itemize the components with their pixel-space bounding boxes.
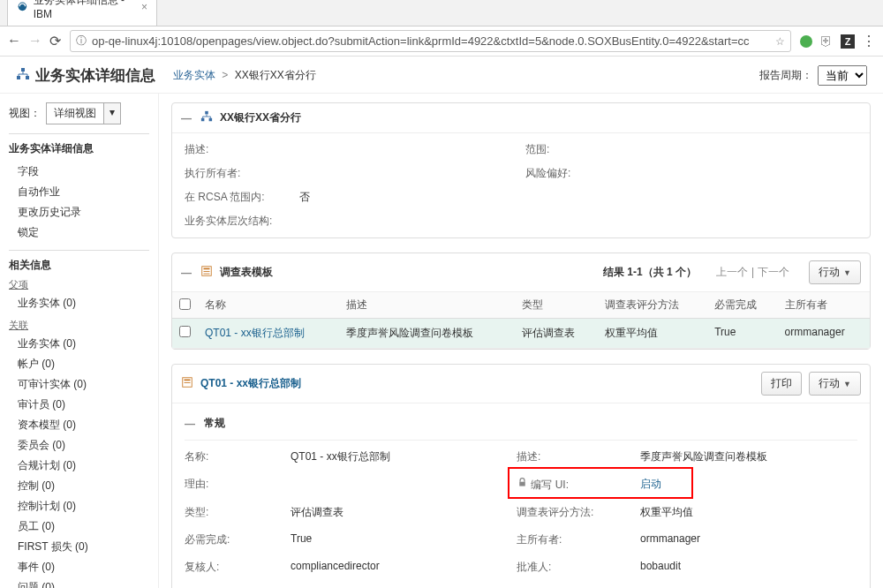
svg-rect-2 [17, 76, 20, 79]
sidebar-item[interactable]: 业务实体 (0) [9, 334, 149, 354]
svg-rect-9 [204, 271, 210, 272]
browser-menu-icon[interactable]: ⋮ [862, 33, 876, 49]
row-cell: 权重平均值 [598, 319, 707, 349]
sidebar-item[interactable]: FIRST 损失 (0) [9, 537, 149, 557]
forward-icon[interactable]: → [28, 33, 42, 49]
field-label: 在 RCSA 范围内: [185, 190, 291, 205]
field-value: 季度声誉风险调查问卷模板 [640, 449, 857, 464]
sidebar-item[interactable]: 资本模型 (0) [9, 415, 149, 435]
sidebar-item[interactable]: 合规计划 (0) [9, 456, 149, 476]
chevron-down-icon: ▼ [843, 268, 851, 277]
collapse-icon[interactable]: — [181, 112, 193, 124]
chevron-down-icon[interactable]: ▾ [104, 102, 121, 124]
col-header[interactable]: 必需完成 [707, 292, 777, 319]
col-header[interactable]: 类型 [515, 292, 598, 319]
sidebar-item[interactable]: 控制 (0) [9, 476, 149, 496]
svg-rect-6 [209, 118, 213, 122]
sidebar-heading-related: 相关信息 [9, 258, 149, 273]
page-title: 业务实体详细信息 [35, 65, 155, 86]
sidebar-item[interactable]: 帐户 (0) [9, 354, 149, 374]
pager-prev[interactable]: 上一个 [716, 266, 748, 278]
select-all-checkbox[interactable] [179, 298, 191, 310]
row-name-link[interactable]: QT01 - xx银行总部制 [205, 327, 305, 339]
bookmark-icon[interactable]: ☆ [775, 35, 785, 48]
reload-icon[interactable]: ⟳ [49, 33, 61, 49]
sidebar-item[interactable]: 更改历史记录 [9, 202, 149, 222]
tab-title: 业务实体详细信息 - IBM [34, 0, 136, 20]
shield-icon[interactable]: ⛨ [819, 34, 834, 49]
entity-panel-title: XX银行XX省分行 [220, 110, 301, 125]
row-checkbox[interactable] [179, 326, 191, 337]
sidebar-item[interactable]: 委员会 (0) [9, 435, 149, 456]
svg-rect-5 [201, 118, 205, 122]
field-value: 评估调查表 [291, 505, 508, 520]
back-icon[interactable]: ← [7, 33, 21, 49]
field-value: compliancedirector [291, 560, 508, 575]
action-button[interactable]: 行动▼ [809, 260, 861, 284]
sidebar-item[interactable]: 事件 (0) [9, 557, 149, 577]
main-content: — XX银行XX省分行 描述: 范围: 执行所有者: 风险偏好: 在 RCSA … [159, 94, 883, 588]
field-value [299, 214, 517, 229]
table-row[interactable]: QT01 - xx银行总部制 季度声誉风险调查问卷模板 评估调查表 权重平均值 … [172, 319, 870, 349]
col-header[interactable]: 主所有者 [778, 292, 870, 319]
svg-rect-13 [185, 382, 191, 383]
view-select-value[interactable]: 详细视图 [46, 102, 104, 124]
collapse-icon[interactable]: — [185, 418, 197, 430]
info-icon[interactable]: ⓘ [76, 34, 87, 49]
row-cell: True [707, 319, 777, 349]
extension-z-icon[interactable]: Z [841, 34, 855, 49]
sidebar-sub-parent: 父项 [9, 278, 149, 291]
url-box[interactable]: ⓘ ☆ [70, 30, 791, 52]
sidebar-item[interactable]: 员工 (0) [9, 516, 149, 537]
svg-rect-8 [204, 268, 210, 270]
svg-rect-4 [205, 111, 208, 115]
report-period: 报告周期： 当前 [759, 65, 867, 86]
entity-panel: — XX银行XX省分行 描述: 范围: 执行所有者: 风险偏好: 在 RCSA … [171, 102, 871, 238]
view-select[interactable]: 详细视图 ▾ [46, 102, 121, 124]
action-button[interactable]: 行动▼ [809, 372, 861, 396]
field-label: 必需完成: [185, 532, 282, 547]
col-header[interactable]: 名称 [198, 292, 339, 319]
tab-close-icon[interactable]: × [141, 1, 147, 13]
sidebar-item[interactable]: 审计员 (0) [9, 395, 149, 415]
hierarchy-icon [200, 110, 213, 125]
svg-rect-1 [21, 68, 25, 72]
pager: 上一个|下一个 [713, 265, 793, 280]
qt-panel-title: 调查表模板 [220, 265, 273, 280]
sidebar-item[interactable]: 业务实体 (0) [9, 293, 149, 313]
browser-tab[interactable]: 业务实体详细信息 - IBM × [7, 0, 157, 26]
sidebar-item[interactable]: 字段 [9, 162, 149, 182]
sidebar-item[interactable]: 问题 (0) [9, 577, 149, 588]
svg-rect-3 [26, 76, 29, 79]
address-bar: ← → ⟳ ⓘ ☆ ⛨ Z ⋮ [0, 26, 883, 57]
template-icon [181, 376, 193, 391]
url-input[interactable] [92, 34, 770, 48]
col-header[interactable]: 描述 [339, 292, 515, 319]
field-label: 描述: [185, 142, 291, 157]
field-label: 业务实体层次结构: [185, 214, 291, 229]
qt-detail-title[interactable]: QT01 - xx银行总部制 [200, 376, 301, 391]
page-header: 业务实体详细信息 业务实体 > XX银行XX省分行 报告周期： 当前 [0, 57, 883, 94]
collapse-icon[interactable]: — [181, 267, 193, 279]
sidebar-item[interactable]: 自动作业 [9, 182, 149, 202]
favicon [17, 1, 28, 13]
field-label: 描述: [517, 449, 631, 464]
print-button[interactable]: 打印 [761, 372, 802, 396]
pager-next[interactable]: 下一个 [758, 266, 789, 278]
report-period-select[interactable]: 当前 [818, 65, 867, 86]
field-value: 权重平均值 [640, 505, 857, 520]
extension-green-icon[interactable] [800, 35, 812, 48]
sidebar-item[interactable]: 控制计划 (0) [9, 496, 149, 516]
field-value: bobaudit [640, 560, 857, 575]
field-label: 范围: [525, 142, 631, 157]
sidebar-item[interactable]: 可审计实体 (0) [9, 374, 149, 395]
field-value [640, 142, 857, 157]
breadcrumb-item[interactable]: 业务实体 [173, 69, 215, 81]
field-value [299, 142, 517, 157]
field-label: 主所有者: [517, 532, 631, 547]
field-label: 类型: [185, 505, 282, 520]
template-icon [200, 265, 213, 280]
field-label: 理由: [185, 477, 282, 493]
col-header[interactable]: 调查表评分方法 [598, 292, 707, 319]
sidebar-item[interactable]: 锁定 [9, 222, 149, 243]
